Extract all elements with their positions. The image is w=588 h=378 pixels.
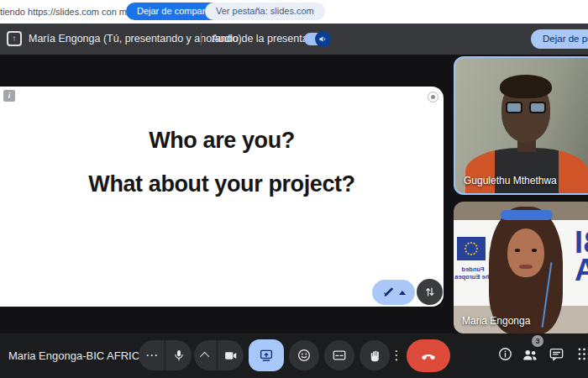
stop-presenting-button[interactable]: Dejar de pres: [531, 29, 588, 49]
participant-hair: [500, 75, 552, 98]
raise-hand-button[interactable]: [360, 340, 390, 370]
participants-button[interactable]: [521, 345, 539, 367]
mic-more-button[interactable]: ⋯: [139, 340, 165, 370]
eu-flag: [457, 237, 486, 260]
more-vertical-icon: ⋮: [391, 348, 403, 362]
presenting-screen-icon: ↑: [7, 31, 22, 46]
more-horizontal-icon: ⋯: [145, 348, 158, 363]
chat-button[interactable]: [549, 346, 564, 365]
participant-tile-maria[interactable]: Funded the Europea BI A Maria Engonga: [454, 202, 588, 333]
meeting-title: Maria Engonga-BIC AFRICA-...: [8, 333, 160, 378]
hand-icon: [368, 349, 382, 363]
browser-share-banner: tiendo https://slides.com con meet.googl…: [0, 0, 588, 24]
camera-button[interactable]: [218, 340, 244, 370]
participant-face: [507, 228, 544, 277]
participant-name: Gugulethu Mthethwa: [464, 175, 557, 186]
meet-control-bar: Maria Engonga-BIC AFRICA-... ⋯ ⋮: [0, 333, 588, 378]
divider: [201, 33, 202, 45]
more-options-button[interactable]: ⋮: [390, 340, 403, 370]
scroll-updown-button[interactable]: [417, 279, 443, 305]
annotation-tool-button[interactable]: [372, 280, 415, 305]
flag-caption: Funded the Europea: [454, 265, 492, 281]
camera-options-button[interactable]: [194, 340, 217, 370]
presentation-slide: i Who are you? What about your project?: [0, 87, 444, 307]
arrows-updown-icon: [423, 286, 436, 298]
presentation-bar: ↑ María Engonga (Tú, presentando y anota…: [0, 24, 588, 55]
presentation-audio-toggle[interactable]: [304, 33, 329, 45]
info-icon: [497, 346, 513, 362]
reactions-button[interactable]: [289, 340, 319, 370]
phone-hangup-icon: [420, 348, 437, 365]
microphone-button[interactable]: [165, 340, 192, 370]
participant-name: Maria Engonga: [462, 315, 530, 327]
slide-text: Who are you? What about your project?: [0, 87, 444, 307]
participant-tile-gugulethu[interactable]: Gugulethu Mthethwa: [454, 56, 588, 195]
participants-count-badge: 3: [532, 335, 543, 347]
chat-icon: [549, 346, 564, 362]
presenting-active-button[interactable]: [249, 339, 284, 371]
chevron-up-icon: [199, 352, 208, 361]
participant-body: [465, 148, 588, 195]
smiley-icon: [297, 348, 312, 363]
leave-call-button[interactable]: [407, 339, 450, 372]
slide-question-1: Who are you?: [0, 127, 444, 154]
camera-icon: [223, 349, 238, 363]
people-icon: [521, 345, 539, 364]
headphone-band: [501, 210, 553, 220]
microphone-icon: [172, 349, 186, 362]
captions-button[interactable]: [324, 340, 354, 370]
view-tab-button[interactable]: Ver pestaña: slides.com: [205, 3, 325, 20]
pen-icon: [382, 286, 396, 299]
slide-question-2: What about your project?: [83, 171, 360, 197]
meeting-details-button[interactable]: [497, 346, 513, 365]
activities-grid-button[interactable]: [576, 346, 588, 365]
present-screen-icon: [259, 348, 274, 363]
captions-icon: [332, 348, 347, 363]
glasses: [506, 102, 546, 114]
speaker-icon: [315, 31, 331, 47]
presenter-label: María Engonga (Tú, presentando y anotand…: [29, 24, 242, 55]
banner-letters: BI A: [575, 228, 588, 284]
annotation-caret-icon: [399, 291, 406, 295]
grid-icon: [576, 346, 588, 362]
